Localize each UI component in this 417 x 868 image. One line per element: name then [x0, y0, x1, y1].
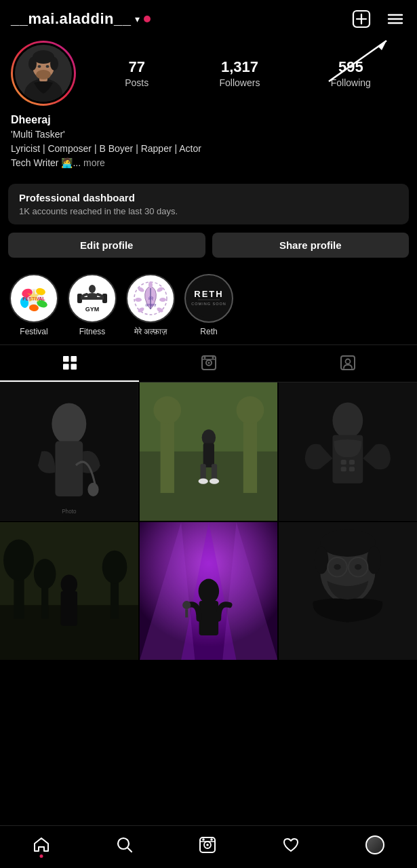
svg-rect-84	[341, 467, 346, 471]
top-icons	[351, 8, 406, 30]
svg-point-15	[38, 65, 41, 68]
bio-line3: Tech Writer 🧑‍💻... more	[11, 156, 406, 170]
highlight-label-reth: Reth	[200, 327, 217, 336]
posts-count: 77	[128, 58, 144, 76]
bio-line2: Lyricist | Composer | B Boyer | Rapper |…	[11, 142, 406, 156]
dropdown-icon[interactable]: ▾	[135, 14, 140, 24]
svg-point-80	[333, 403, 363, 439]
svg-rect-100	[199, 601, 218, 635]
svg-point-106	[334, 564, 341, 570]
avatar-ring	[11, 41, 76, 106]
highlight-alfaaz[interactable]: मेरे अल्फ़ाज़ मेरे अल्फ़ाज़	[126, 274, 175, 336]
grid-item-6[interactable]	[279, 522, 417, 660]
username: __mai.aladdin__	[11, 10, 131, 28]
svg-point-108	[320, 529, 375, 557]
svg-text:मेरे: मेरे	[148, 296, 154, 302]
svg-rect-102	[185, 609, 188, 617]
bottom-nav	[0, 825, 417, 868]
nav-profile-avatar	[365, 835, 384, 854]
nav-home[interactable]	[24, 833, 58, 856]
grid-photo-2	[140, 382, 278, 521]
highlight-fitness[interactable]: GYM Fitness	[68, 274, 117, 336]
grid-photo-6	[279, 522, 417, 660]
grid-item-4[interactable]	[0, 522, 138, 660]
svg-point-36	[159, 298, 166, 302]
reels-nav-icon	[199, 836, 216, 854]
highlight-circle-alfaaz: मेरे अल्फ़ाज़	[126, 274, 175, 323]
heart-icon	[282, 836, 300, 854]
highlight-festival[interactable]: FESTIVAL Festival	[9, 274, 58, 336]
svg-text:अल्फ़ाज़: अल्फ़ाज़	[145, 303, 157, 307]
svg-text:GYM: GYM	[85, 306, 100, 313]
bio-more-link[interactable]: more	[83, 157, 105, 168]
share-profile-button[interactable]: Share profile	[212, 233, 410, 258]
posts-stat[interactable]: 77 Posts	[125, 58, 148, 88]
svg-point-101	[182, 601, 191, 609]
home-nav-dot	[40, 854, 43, 858]
highlight-reth[interactable]: RETH COMING SOON Reth	[184, 274, 233, 336]
svg-point-63	[87, 483, 98, 496]
professional-dashboard[interactable]: Professional dashboard 1K accounts reach…	[8, 184, 409, 224]
festival-icon: FESTIVAL	[15, 279, 53, 317]
svg-rect-48	[71, 356, 77, 362]
grid-photo-1: Photo	[0, 382, 138, 521]
menu-button[interactable]	[384, 8, 406, 30]
notification-dot	[144, 16, 151, 22]
avatar-image	[15, 45, 72, 102]
hamburger-menu-icon	[386, 9, 405, 28]
avatar-wrapper[interactable]	[11, 41, 76, 106]
svg-rect-82	[341, 460, 346, 465]
alfaaz-icon: मेरे अल्फ़ाज़	[132, 279, 170, 317]
grid-item-1[interactable]: Photo	[0, 382, 138, 521]
svg-point-71	[236, 396, 264, 424]
svg-point-95	[61, 574, 77, 594]
plus-square-icon	[352, 9, 371, 28]
svg-text:Photo: Photo	[62, 509, 77, 515]
bio-name: Dheeraj	[11, 114, 406, 126]
svg-point-13	[28, 57, 37, 71]
svg-point-118	[207, 844, 210, 846]
grid-item-5[interactable]	[140, 522, 278, 660]
followers-label: Followers	[219, 77, 260, 88]
grid-photo-4	[0, 522, 138, 660]
svg-point-39	[135, 298, 142, 302]
following-label: Following	[331, 77, 371, 88]
svg-point-110	[368, 546, 381, 574]
highlight-circle-fitness: GYM	[68, 274, 117, 323]
nav-search[interactable]	[108, 833, 142, 856]
grid-item-3[interactable]	[279, 382, 417, 521]
grid-item-2[interactable]	[140, 382, 278, 521]
svg-rect-57	[341, 356, 355, 370]
svg-point-14	[50, 57, 58, 71]
reth-icon: RETH COMING SOON	[190, 279, 228, 317]
svg-point-17	[36, 70, 51, 79]
tab-grid[interactable]	[0, 345, 139, 382]
nav-reels[interactable]	[191, 833, 224, 856]
fitness-icon: GYM	[73, 279, 111, 317]
svg-point-121	[211, 838, 214, 841]
tab-tagged[interactable]	[278, 345, 417, 382]
svg-point-90	[3, 539, 34, 580]
svg-rect-73	[203, 443, 214, 468]
svg-point-30	[89, 285, 96, 293]
svg-rect-47	[63, 356, 69, 362]
following-stat[interactable]: 595 Following	[331, 58, 371, 88]
nav-likes[interactable]	[274, 833, 308, 856]
nav-profile[interactable]	[357, 833, 393, 857]
add-post-button[interactable]	[351, 8, 372, 30]
tab-reels[interactable]	[139, 345, 278, 382]
svg-point-109	[315, 546, 328, 574]
svg-point-55	[203, 357, 205, 359]
svg-point-56	[212, 357, 214, 359]
highlight-label-alfaaz: मेरे अल्फ़ाज़	[134, 327, 167, 336]
avatar	[13, 43, 74, 104]
bio-line1: 'Multi Tasker'	[11, 127, 406, 142]
svg-point-34	[148, 281, 153, 288]
followers-stat[interactable]: 1,317 Followers	[219, 58, 260, 88]
edit-profile-button[interactable]: Edit profile	[8, 233, 205, 258]
svg-point-120	[203, 838, 205, 841]
stats-area: 77 Posts 1,317 Followers 595 Following	[90, 58, 406, 88]
highlight-circle-reth: RETH COMING SOON	[184, 274, 233, 323]
action-buttons: Edit profile Share profile	[0, 233, 417, 269]
tagged-icon	[340, 355, 356, 371]
